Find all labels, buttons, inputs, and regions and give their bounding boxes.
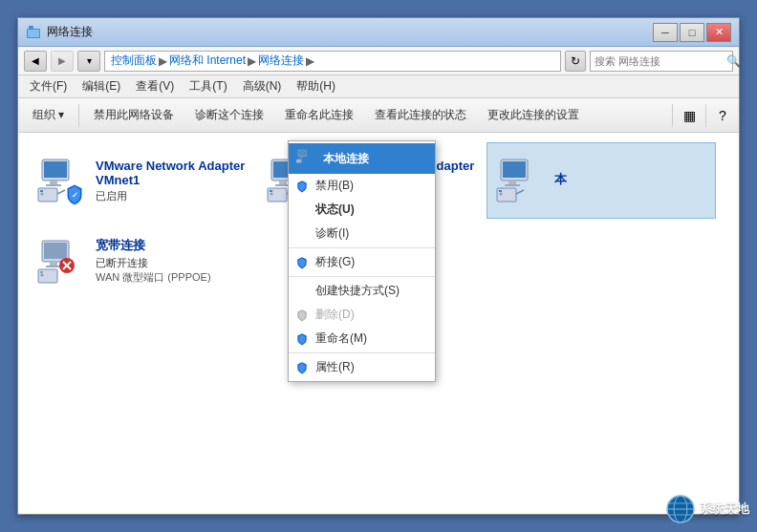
svg-rect-26 [499, 190, 502, 192]
svg-point-27 [500, 193, 503, 196]
breadcrumb-network-internet[interactable]: 网络和 Internet [169, 53, 246, 69]
view-icons-button[interactable]: ▦ [677, 103, 702, 128]
ctx-item-bridge[interactable]: 桥接(G) [289, 250, 435, 274]
svg-rect-31 [50, 262, 57, 266]
network-item-local[interactable]: 本 [487, 142, 716, 219]
ctx-item-status[interactable]: 状态(U) [289, 198, 435, 222]
menu-edit[interactable]: 编辑(E) [75, 75, 128, 97]
window: 网络连接 ─ □ ✕ ◀ ▶ ▾ 控制面板 ▶ 网络和 Internet ▶ 网… [17, 17, 740, 515]
svg-rect-24 [505, 184, 520, 186]
net-name-vmnet1: VMware Network Adapter VMnet1 [96, 159, 249, 187]
close-button[interactable]: ✕ [706, 23, 731, 42]
title-bar: 网络连接 ─ □ ✕ [18, 18, 739, 47]
forward-button[interactable]: ▶ [51, 51, 74, 72]
network-info-vmnet1: VMware Network Adapter VMnet1 已启用 [96, 159, 249, 203]
ctx-item-rename[interactable]: 重命名(M) [289, 327, 435, 351]
svg-rect-40 [298, 150, 306, 156]
svg-rect-34 [40, 271, 43, 273]
svg-rect-42 [299, 158, 303, 159]
maximize-button[interactable]: □ [680, 23, 704, 42]
svg-rect-1 [28, 30, 39, 37]
back-button[interactable]: ◀ [24, 51, 47, 72]
net-status-vmnet1: 已启用 [96, 189, 249, 203]
search-box: 🔍 [590, 51, 733, 72]
address-bar: ◀ ▶ ▾ 控制面板 ▶ 网络和 Internet ▶ 网络连接 ▶ ↻ 🔍 [18, 47, 739, 75]
watermark-text: 系统天地 [700, 500, 749, 518]
ctx-separator-1 [289, 247, 435, 248]
organize-button[interactable]: 组织 ▾ [22, 101, 75, 130]
address-path[interactable]: 控制面板 ▶ 网络和 Internet ▶ 网络连接 ▶ [104, 51, 561, 72]
menu-file[interactable]: 文件(F) [22, 75, 75, 97]
breadcrumb-network-connections[interactable]: 网络连接 [258, 53, 304, 69]
dropdown-button[interactable]: ▾ [77, 51, 100, 72]
svg-rect-5 [50, 181, 57, 184]
toolbar: 组织 ▾ 禁用此网络设备 诊断这个连接 重命名此连接 查看此连接的状态 更改此连… [18, 98, 739, 133]
svg-point-18 [270, 193, 273, 196]
svg-rect-41 [300, 157, 302, 158]
ctx-separator-2 [289, 276, 435, 277]
shield-icon-delete [294, 308, 310, 323]
svg-rect-8 [40, 190, 43, 192]
net-name-broadband: 宽带连接 [96, 237, 249, 254]
search-icon[interactable]: 🔍 [726, 53, 741, 70]
search-input[interactable] [595, 55, 726, 67]
svg-point-35 [41, 274, 44, 277]
window-icon [26, 25, 41, 40]
content-area: ✓ VMware Network Adapter VMnet1 已启用 [18, 133, 739, 514]
ctx-item-delete: 删除(D) [289, 303, 435, 327]
network-item-vmnet1[interactable]: ✓ VMware Network Adapter VMnet1 已启用 [28, 142, 257, 219]
minimize-button[interactable]: ─ [653, 23, 678, 42]
svg-rect-30 [44, 243, 67, 259]
svg-text:✓: ✓ [72, 191, 78, 200]
svg-rect-23 [508, 181, 516, 184]
toolbar-separator-2 [672, 104, 673, 127]
ctx-item-diagnose[interactable]: 诊断(I) [289, 222, 435, 245]
network-item-broadband[interactable]: 宽带连接 已断开连接 WAN 微型端口 (PPPOE) [28, 223, 257, 300]
context-menu-header: 本地连接 [289, 143, 435, 174]
menu-help[interactable]: 帮助(H) [289, 75, 343, 97]
shield-icon-bridge [294, 255, 310, 270]
menu-bar: 文件(F) 编辑(E) 查看(V) 工具(T) 高级(N) 帮助(H) [18, 75, 739, 98]
svg-point-9 [41, 193, 44, 196]
ctx-separator-3 [289, 352, 435, 353]
rename-button[interactable]: 重命名此连接 [274, 101, 364, 130]
refresh-button[interactable]: ↻ [565, 51, 586, 72]
menu-view[interactable]: 查看(V) [128, 75, 182, 97]
svg-rect-17 [270, 190, 272, 192]
network-info-local: 本 [554, 171, 707, 190]
svg-rect-4 [44, 161, 67, 178]
shield-icon-disable [294, 179, 310, 194]
shield-icon-rename [294, 331, 310, 347]
context-menu: 本地连接 禁用(B) 状态(U) 诊断(I) [288, 140, 436, 382]
ctx-item-disable[interactable]: 禁用(B) [289, 174, 435, 198]
svg-rect-22 [503, 161, 526, 178]
help-button[interactable]: ? [710, 103, 735, 128]
ctx-item-properties[interactable]: 属性(R) [289, 355, 435, 379]
context-menu-header-text: 本地连接 [323, 151, 369, 167]
svg-rect-14 [279, 181, 287, 184]
net-type-broadband: WAN 微型端口 (PPPOE) [96, 270, 249, 285]
net-status-broadband: 已断开连接 [96, 256, 249, 270]
breadcrumb-control-panel[interactable]: 控制面板 [111, 53, 157, 69]
toolbar-separator-3 [705, 104, 706, 127]
network-icon-broadband [36, 237, 86, 287]
svg-rect-6 [46, 184, 61, 186]
shield-icon-properties [294, 360, 310, 375]
title-bar-text: 网络连接 [47, 24, 653, 40]
menu-advanced[interactable]: 高级(N) [235, 75, 290, 97]
menu-tools[interactable]: 工具(T) [182, 75, 234, 97]
ctx-item-shortcut[interactable]: 创建快捷方式(S) [289, 279, 435, 303]
svg-line-10 [57, 190, 65, 194]
svg-line-28 [516, 190, 524, 194]
network-icon-vmnet1: ✓ [36, 156, 86, 205]
toolbar-separator-1 [78, 104, 79, 127]
disable-button[interactable]: 禁用此网络设备 [83, 101, 184, 130]
diagnose-button[interactable]: 诊断这个连接 [184, 101, 274, 130]
network-icon-local [495, 156, 545, 205]
status-button[interactable]: 查看此连接的状态 [364, 101, 477, 130]
svg-rect-2 [29, 26, 33, 29]
svg-rect-43 [296, 160, 301, 163]
svg-rect-32 [46, 266, 61, 267]
settings-button[interactable]: 更改此连接的设置 [477, 101, 590, 130]
title-bar-buttons: ─ □ ✕ [653, 23, 731, 42]
